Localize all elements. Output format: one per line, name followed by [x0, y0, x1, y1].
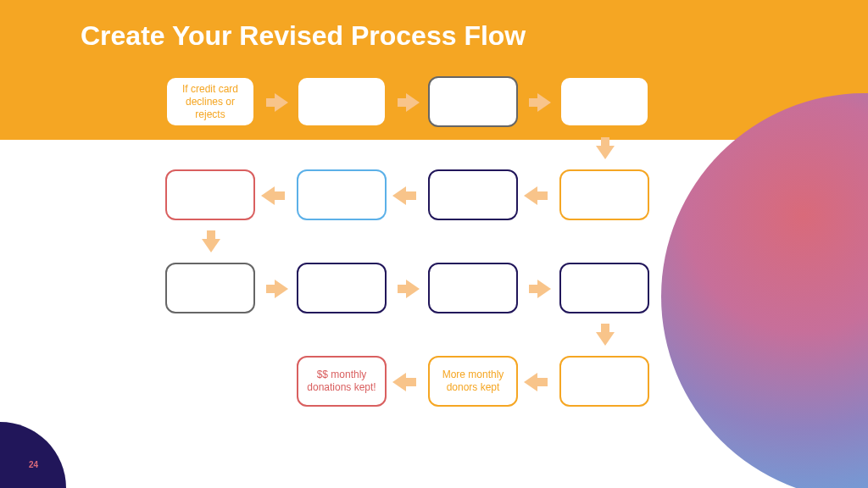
page-number: 24 [29, 460, 38, 469]
flow-box-label: More monthly donors kept [433, 369, 513, 394]
arrow-right-icon [275, 280, 288, 298]
flow-box-2 [297, 76, 387, 127]
flow-box-8 [165, 169, 255, 220]
flow-box-9 [165, 263, 255, 313]
flow-box-11 [428, 263, 518, 313]
corner-drop [0, 422, 66, 488]
arrow-down-icon [596, 146, 615, 159]
flow-box-1: If credit card declines or rejects [165, 76, 255, 127]
flow-box-label: $$ monthly donations kept! [302, 369, 381, 394]
flow-box-4 [559, 76, 649, 127]
flow-box-15: $$ monthly donations kept! [297, 356, 387, 407]
arrow-right-icon [406, 93, 420, 112]
flow-box-label: If credit card declines or rejects [170, 83, 250, 121]
flow-box-13 [559, 356, 649, 407]
arrow-down-icon [202, 239, 220, 252]
flow-box-7 [297, 169, 387, 220]
arrow-right-icon [537, 280, 551, 298]
arrow-right-icon [537, 93, 551, 112]
arrow-left-icon [524, 186, 537, 205]
flow-box-5 [559, 169, 649, 220]
arrow-left-icon [524, 373, 537, 391]
page-title: Create Your Revised Process Flow [81, 20, 526, 52]
flow-box-10 [297, 263, 387, 313]
gradient-sphere [661, 93, 868, 488]
arrow-left-icon [392, 186, 406, 205]
arrow-left-icon [261, 186, 275, 205]
flow-box-6 [428, 169, 518, 220]
arrow-down-icon [596, 332, 615, 346]
arrow-left-icon [392, 373, 406, 391]
flow-box-3 [428, 76, 518, 127]
arrow-right-icon [275, 93, 288, 112]
flow-box-14: More monthly donors kept [428, 356, 518, 407]
flow-box-12 [559, 263, 649, 313]
arrow-right-icon [406, 280, 420, 298]
